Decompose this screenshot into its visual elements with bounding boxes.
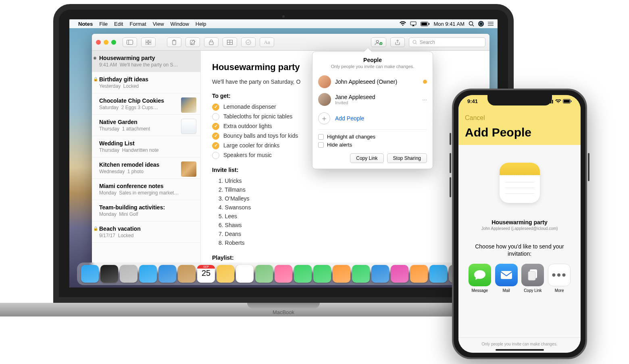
dock-messages-icon[interactable] [294,265,312,283]
person-status: Invited [335,100,375,105]
notification-center-icon[interactable] [488,21,494,26]
lock-note-button[interactable] [204,37,219,47]
sidebar-note-item[interactable]: Miami conference notesMonday Sales in em… [92,179,200,200]
sidebar-note-item[interactable]: 🔒Birthday gift ideasYesterday Locked [92,72,200,93]
delete-note-button[interactable] [167,37,181,47]
dock-numbers-icon[interactable] [352,265,370,283]
menu-file[interactable]: File [99,21,108,27]
checkbox-icon[interactable] [212,103,219,111]
dock-pages-icon[interactable] [333,265,350,283]
minimize-window-button[interactable] [104,40,108,45]
dock-contacts-icon[interactable] [178,265,196,283]
svg-rect-14 [149,40,151,42]
popover-person-invited[interactable]: Jane Appleseed Invited ··· [318,91,427,108]
sidebar-note-item[interactable]: Chocolate Chip CookiesSaturday 2 Eggs 3 … [92,93,200,115]
battery-icon[interactable] [421,22,429,26]
sidebar-note-item[interactable]: Kitchen remodel ideasWednesday 1 photo [92,157,200,179]
checkbox-icon[interactable] [212,142,219,149]
new-note-button[interactable] [185,37,200,47]
dock-app-store-icon[interactable] [429,265,447,283]
close-window-button[interactable] [96,40,101,45]
share-option-mail[interactable]: Mail [495,264,518,293]
checkbox-icon[interactable] [212,152,219,159]
svg-point-22 [246,40,251,45]
format-button[interactable]: Aa [260,37,274,47]
menubar-clock[interactable]: Mon 9:41 AM [433,21,464,27]
notes-sidebar: ◉Housewarming party9:41 AM We'll have th… [92,51,201,271]
popover-person-owner[interactable]: John Appleseed (Owner) [318,73,427,91]
popover-subtitle: Only people you invite can make changes. [318,64,427,69]
svg-rect-16 [149,43,151,45]
svg-line-5 [473,25,474,27]
menu-view[interactable]: View [153,21,164,27]
copy-icon [521,264,544,286]
dock-ibooks-icon[interactable] [410,265,428,283]
share-button[interactable] [390,37,405,47]
sidebar-note-item[interactable]: 🔒Beach vacation9/17/17 Locked [92,221,200,243]
checkbox-icon[interactable] [212,123,219,130]
popover-title: People [318,57,427,63]
share-option-msg[interactable]: Message [468,264,492,293]
dock-photos-icon[interactable] [275,265,292,283]
cancel-button[interactable]: Cancel [465,114,485,121]
dock-calendar-icon[interactable]: SEP25 [197,265,215,283]
spotlight-icon[interactable] [469,21,474,27]
share-option-more[interactable]: •••More [548,264,571,293]
sidebar-toggle-button[interactable] [123,37,137,47]
table-button[interactable] [223,37,237,47]
menu-edit[interactable]: Edit [114,21,123,27]
search-field[interactable]: Search [409,37,485,47]
view-grid-button[interactable] [141,37,156,47]
window-controls [96,40,116,45]
hide-alerts-checkbox[interactable]: Hide alerts [318,142,427,148]
dock-siri-icon[interactable] [100,265,118,283]
dock-notes-icon[interactable] [217,265,234,283]
iphone-footer: Only people you invite can make changes. [458,337,581,353]
airplay-icon[interactable] [410,21,417,26]
svg-point-25 [413,40,416,43]
add-people-row[interactable]: ＋ Add People [318,108,427,130]
checkbox-icon[interactable] [212,132,219,140]
share-prompt: Choose how you'd like to send your invit… [471,243,569,257]
highlight-changes-checkbox[interactable]: Highlight all changes [318,134,427,140]
add-people-button[interactable] [371,37,386,47]
shared-icon: ◉ [93,56,97,60]
person-name: Jane Appleseed [335,94,375,100]
note-item-meta: Monday Sales in emerging market… [99,190,195,196]
sidebar-note-item[interactable]: ◉Housewarming party9:41 AM We'll have th… [92,51,200,72]
notes-app-icon [500,163,540,203]
menu-window[interactable]: Window [171,21,189,27]
svg-rect-30 [552,100,553,103]
share-option-copy[interactable]: Copy Link [521,264,545,293]
wifi-icon[interactable] [400,21,406,26]
dock-itunes-icon[interactable] [391,265,408,283]
svg-rect-32 [571,101,572,102]
dock-reminders-icon[interactable] [236,265,254,283]
sidebar-note-item[interactable]: Team-building activities:Monday Mini Gol… [92,200,200,221]
search-icon [412,40,417,45]
checkbox-icon[interactable] [212,113,219,120]
person-more-icon[interactable]: ··· [422,96,427,103]
siri-icon[interactable] [478,21,484,27]
sidebar-note-item[interactable]: Wedding ListThursday Handwritten note [92,136,200,157]
dock-launchpad-icon[interactable] [120,265,137,283]
home-indicator[interactable] [496,349,544,351]
fullscreen-window-button[interactable] [111,40,116,45]
invite-list-item: 8. Roberts [219,239,478,247]
dock-safari-icon[interactable] [139,265,157,283]
dock-finder-icon[interactable] [81,265,99,283]
dock-keynote-icon[interactable] [371,265,389,283]
menubar-app-name[interactable]: Notes [78,21,93,27]
menu-help[interactable]: Help [196,21,206,27]
sidebar-note-item[interactable]: Native GardenThursday 1 attachment [92,115,200,136]
add-people-plus-icon: ＋ [318,112,330,124]
menu-format[interactable]: Format [129,21,146,27]
checklist-button[interactable] [241,37,256,47]
dock-maps-icon[interactable] [255,265,273,283]
dock-mail-icon[interactable] [158,265,176,283]
copy-link-button[interactable]: Copy Link [350,153,383,163]
invite-list-item: 6. Shaws [219,221,478,230]
iphone-device: 9:41 Cancel Add People Housewarming part… [452,89,587,359]
dock-facetime-icon[interactable] [313,265,331,283]
stop-sharing-button[interactable]: Stop Sharing [387,153,427,163]
